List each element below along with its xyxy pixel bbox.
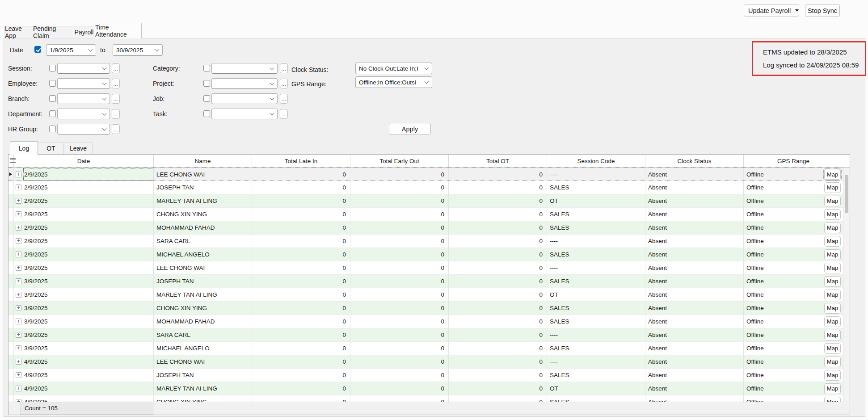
total-ot-cell[interactable]: 0 [449,208,547,221]
session-code-cell[interactable]: SALES [547,221,645,234]
session-code-cell[interactable]: SALES [547,208,645,221]
total-ot-cell[interactable]: 0 [449,261,547,274]
session-code-cell[interactable]: SALES [547,181,645,194]
gps-range-cell[interactable]: Offline Map [744,342,843,355]
name-cell[interactable]: SARA CARL [154,328,252,341]
map-button[interactable]: Map [824,303,841,314]
employee-combo[interactable] [57,78,110,89]
name-cell[interactable]: MICHAEL ANGELO [154,342,252,355]
map-button[interactable]: Map [824,397,841,402]
row-indicator-cell[interactable] [8,181,14,194]
clock-status-cell[interactable]: Absent [645,248,744,261]
date-cell[interactable]: 2/9/2025 [14,208,154,221]
date-cell[interactable]: 4/9/2025 [14,395,154,402]
employee-more-button[interactable]: ... [112,79,120,88]
update-payroll-dropdown-arrow[interactable] [795,9,799,12]
total-early-out-cell[interactable]: 0 [350,221,449,234]
grid-row[interactable]: 3/9/2025 MARLEY TAN AI LING 0 0 0 OT Abs… [8,288,843,302]
date-cell[interactable]: 3/9/2025 [14,261,154,274]
gps-range-cell[interactable]: Offline Map [744,235,843,248]
task-checkbox[interactable] [203,110,210,117]
name-cell[interactable]: LEE CHONG WAI [154,168,252,181]
clock-status-cell[interactable]: Absent [645,261,744,274]
expand-icon[interactable] [16,265,21,271]
stop-sync-button[interactable]: Stop Sync [805,4,840,17]
total-late-in-cell[interactable]: 0 [252,302,350,315]
map-button[interactable]: Map [824,182,841,193]
project-checkbox[interactable] [203,80,210,87]
clock-status-cell[interactable]: Absent [645,194,744,207]
date-cell[interactable]: 3/9/2025 [14,328,154,341]
total-early-out-cell[interactable]: 0 [350,369,449,382]
gps-range-cell[interactable]: Offline Map [744,248,843,261]
session-code-cell[interactable]: SALES [547,302,645,315]
column-header-session-code[interactable]: Session Code [547,155,645,167]
row-indicator-cell[interactable] [8,235,14,248]
category-more-button[interactable]: ... [280,63,288,73]
clock-status-cell[interactable]: Absent [645,328,744,341]
row-indicator-cell[interactable] [8,288,14,301]
hr-group-combo[interactable] [57,124,110,134]
clock-status-cell[interactable]: Absent [645,221,744,234]
total-late-in-cell[interactable]: 0 [252,181,350,194]
total-early-out-cell[interactable]: 0 [350,315,449,328]
total-late-in-cell[interactable]: 0 [252,328,350,341]
clock-status-cell[interactable]: Absent [645,288,744,301]
gps-range-cell[interactable]: Offline Map [744,221,843,234]
name-cell[interactable]: MARLEY TAN AI LING [154,288,252,301]
row-indicator-cell[interactable] [8,395,14,402]
expand-icon[interactable] [16,252,21,257]
date-from-combo[interactable]: 1/9/2025 [46,44,96,56]
grid-row[interactable]: 2/9/2025 MICHAEL ANGELO 0 0 0 SALES Abse… [8,248,843,261]
expand-icon[interactable] [16,172,21,177]
grid-row[interactable]: 3/9/2025 LEE CHONG WAI 0 0 0 ---- Absent… [8,261,843,275]
name-cell[interactable]: MOHAMMAD FAHAD [154,221,252,234]
tab-time-attendance[interactable]: Time Attendance [95,23,142,38]
total-ot-cell[interactable]: 0 [449,194,547,207]
employee-checkbox[interactable] [49,80,56,87]
total-ot-cell[interactable]: 0 [449,248,547,261]
clock-status-cell[interactable]: Absent [645,275,744,288]
task-combo[interactable] [211,109,278,119]
row-indicator-cell[interactable] [8,315,14,328]
name-cell[interactable]: JOSEPH TAN [154,181,252,194]
date-cell[interactable]: 3/9/2025 [14,315,154,328]
total-ot-cell[interactable]: 0 [449,235,547,248]
name-cell[interactable]: JOSEPH TAN [154,369,252,382]
tab-pending-claim[interactable]: Pending Claim [33,26,73,38]
column-header-date[interactable]: Date [14,155,154,167]
total-ot-cell[interactable]: 0 [449,168,547,181]
gps-range-combo[interactable]: Offline;In Office;Outsi [355,76,432,88]
tab-payroll[interactable]: Payroll [74,26,94,38]
grid-row[interactable]: 3/9/2025 JOSEPH TAN 0 0 0 SALES Absent O… [8,275,843,288]
total-late-in-cell[interactable]: 0 [252,288,350,301]
map-button[interactable]: Map [824,169,841,180]
subtab-leave[interactable]: Leave [64,143,93,154]
row-indicator-cell[interactable] [8,261,14,274]
column-header-total-late-in[interactable]: Total Late In [252,155,350,167]
gps-range-cell[interactable]: Offline Map [744,355,843,368]
grid-row[interactable]: 4/9/2025 CHONG XIN YING 0 0 0 SALES Abse… [8,395,843,402]
expand-icon[interactable] [16,372,21,378]
project-combo[interactable] [211,78,278,89]
session-code-cell[interactable]: ---- [547,235,645,248]
total-early-out-cell[interactable]: 0 [350,181,449,194]
map-button[interactable]: Map [824,370,841,381]
name-cell[interactable]: LEE CHONG WAI [154,355,252,368]
total-ot-cell[interactable]: 0 [449,288,547,301]
category-combo[interactable] [211,63,278,74]
job-more-button[interactable]: ... [280,94,288,104]
clock-status-cell[interactable]: Absent [645,382,744,395]
grid-row[interactable]: 2/9/2025 LEE CHONG WAI 0 0 0 ---- Absent… [8,168,843,181]
total-ot-cell[interactable]: 0 [449,382,547,395]
row-indicator-cell[interactable] [8,382,14,395]
name-cell[interactable]: SARA CARL [154,235,252,248]
clock-status-combo[interactable]: No Clock Out;Late In;I [355,63,432,74]
expand-icon[interactable] [16,198,21,204]
total-late-in-cell[interactable]: 0 [252,355,350,368]
date-cell[interactable]: 2/9/2025 [14,194,154,207]
total-early-out-cell[interactable]: 0 [350,328,449,341]
date-cell[interactable]: 4/9/2025 [14,382,154,395]
total-early-out-cell[interactable]: 0 [350,288,449,301]
date-to-combo[interactable]: 30/9/2025 [113,44,163,56]
